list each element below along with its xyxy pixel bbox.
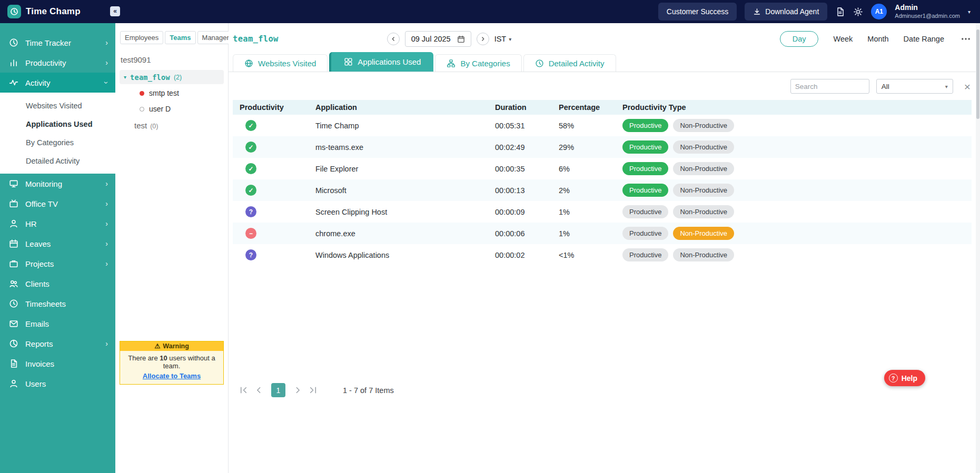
percentage-value: 58% [552,122,616,130]
tree-member-smtp-test[interactable]: smtp test [115,85,228,101]
sidebar-collapse-button[interactable]: « [110,6,120,16]
sidebar-item-users[interactable]: Users [0,374,115,394]
productive-badge[interactable]: Productive [622,140,668,154]
tab-websites-visited[interactable]: Websites Visited [233,54,328,72]
current-page-button[interactable]: 1 [271,383,285,397]
pagination-summary: 1 - 7 of 7 Items [343,386,394,395]
sidebar-item-clients[interactable]: Clients [0,274,115,294]
view-day-button[interactable]: Day [780,31,819,47]
tree-collapse-arrow-icon[interactable]: ▾ [124,74,126,80]
non-productive-badge[interactable]: Non-Productive [673,248,734,261]
table-row[interactable]: File Explorer 00:00:35 6% Productive Non… [233,158,972,179]
user-menu-caret-icon[interactable]: ▾ [968,9,971,15]
submenu-item-by-categories[interactable]: By Categories [0,133,115,152]
previous-page-icon[interactable] [254,386,263,395]
productive-badge[interactable]: Productive [622,227,668,240]
submenu-item-websites-visited[interactable]: Websites Visited [0,96,115,115]
tree-group-test[interactable]: test (0) [115,117,228,130]
chevron-right-icon: › [105,219,108,228]
submenu-item-applications-used[interactable]: Applications Used [0,115,115,133]
tab-detailed-activity[interactable]: Detailed Activity [523,54,616,72]
table-row[interactable]: Windows Applications 00:00:02 <1% Produc… [233,244,972,266]
vertical-scrollbar[interactable] [976,23,980,473]
status-dot-empty-icon [140,107,144,112]
sidebar-item-time-tracker[interactable]: Time Tracker› [0,33,115,53]
user-meta[interactable]: Admin Adminuser1@admin.com [895,3,960,19]
previous-day-button[interactable] [387,33,400,45]
timesheet-clock-icon [9,299,18,308]
productive-badge[interactable]: Productive [622,162,668,175]
first-page-icon[interactable] [239,386,248,395]
allocate-to-teams-link[interactable]: Allocate to Teams [143,372,201,380]
sidebar-item-emails[interactable]: Emails [0,314,115,334]
search-input[interactable] [790,79,869,94]
sidebar-item-label: Productivity [25,58,66,67]
scrollbar-thumb[interactable] [976,29,979,119]
customer-success-button[interactable]: Customer Success [658,3,737,21]
productive-badge[interactable]: Productive [622,184,668,197]
filter-all-select[interactable]: All ▾ [876,79,953,94]
timezone-select[interactable]: IST ▾ [494,35,512,43]
sidebar-item-projects[interactable]: Projects› [0,254,115,274]
application-name: Time Champ [309,122,488,130]
next-day-button[interactable] [477,33,489,45]
non-productive-badge[interactable]: Non-Productive [673,205,734,218]
sidebar-item-office-tv[interactable]: Office TV› [0,194,115,214]
topbar-right: Customer Success Download Agent A1 Admin… [658,3,971,21]
sidebar-item-label: Time Tracker [25,38,71,47]
sidebar-item-activity[interactable]: Activity› [0,73,115,93]
submenu-item-detailed-activity[interactable]: Detailed Activity [0,152,115,170]
non-productive-badge[interactable]: Non-Productive [673,140,734,154]
tree-group-test9091[interactable]: test9091 [115,53,228,67]
sidebar-item-label: Users [25,379,46,388]
tree-team-team-flow[interactable]: ▾ team_flow (2) [120,70,224,84]
non-productive-badge[interactable]: Non-Productive [673,119,734,132]
sidebar-item-invoices[interactable]: Invoices [0,354,115,374]
tab-by-categories[interactable]: By Categories [435,54,521,72]
close-icon[interactable]: × [964,81,971,92]
table-row[interactable]: Microsoft 00:00:13 2% Productive Non-Pro… [233,179,972,201]
download-agent-button[interactable]: Download Agent [745,3,827,21]
table-row[interactable]: chrome.exe 00:00:06 1% Productive Non-Pr… [233,223,972,244]
productivity-status-icon [245,142,256,153]
sidebar-item-monitoring[interactable]: Monitoring› [0,174,115,194]
sidebar-item-leaves[interactable]: Leaves› [0,234,115,254]
sidebar-item-label: Reports [25,339,53,348]
warning-card: ⚠ Warning There are 10 users without a t… [120,341,224,385]
date-picker[interactable]: 09 Jul 2025 [405,31,471,47]
non-productive-badge[interactable]: Non-Productive [673,162,734,175]
table-row[interactable]: ms-teams.exe 00:02:49 29% Productive Non… [233,136,972,158]
productive-badge[interactable]: Productive [622,119,668,132]
non-productive-badge[interactable]: Non-Productive [673,227,734,240]
application-name: ms-teams.exe [309,143,488,152]
non-productive-badge[interactable]: Non-Productive [673,184,734,197]
table-row[interactable]: Time Champ 00:05:31 58% Productive Non-P… [233,115,972,136]
sidebar-item-productivity[interactable]: Productivity› [0,53,115,73]
productive-badge[interactable]: Productive [622,205,668,218]
download-icon [753,8,761,16]
application-name: Microsoft [309,186,488,195]
next-page-icon[interactable] [293,386,302,395]
app-logo[interactable]: Time Champ [7,5,81,18]
user-avatar[interactable]: A1 [871,4,887,19]
table-row[interactable]: Screen Clipping Host 00:00:09 1% Product… [233,201,972,223]
chevron-right-icon: › [105,199,108,208]
settings-gear-icon[interactable] [853,7,863,17]
view-week-button[interactable]: Week [833,35,853,43]
tab-applications-used[interactable]: Applications Used [329,52,433,72]
panel-tab-employees[interactable]: Employees [120,31,163,44]
view-date-range-button[interactable]: Date Range [904,35,944,43]
chevron-right-icon: › [105,58,108,67]
view-month-button[interactable]: Month [867,35,888,43]
sidebar-item-reports[interactable]: Reports› [0,334,115,354]
tree-member-user-d[interactable]: user D [115,101,228,117]
chevron-right-icon: › [105,179,108,188]
more-options-icon[interactable] [961,34,971,44]
help-button[interactable]: ? Help [884,370,925,386]
notes-document-icon[interactable] [835,7,845,17]
sidebar-item-hr[interactable]: HR› [0,214,115,234]
last-page-icon[interactable] [309,386,318,395]
panel-tab-teams[interactable]: Teams [165,31,195,44]
sidebar-item-timesheets[interactable]: Timesheets [0,294,115,314]
productive-badge[interactable]: Productive [622,248,668,261]
